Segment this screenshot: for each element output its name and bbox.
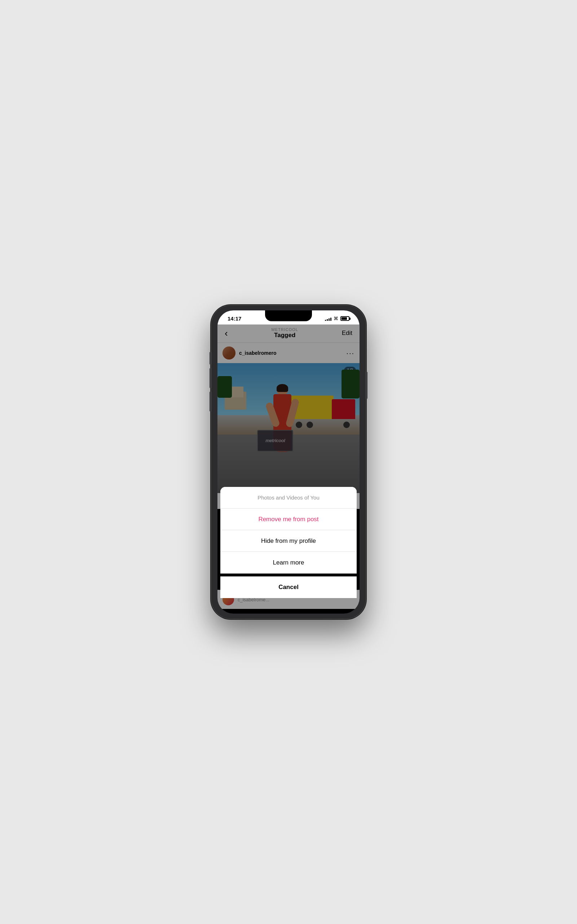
signal-bar-4 xyxy=(330,318,331,321)
cancel-button[interactable]: Cancel xyxy=(220,577,357,598)
sheet-title-item: Photos and Videos of You xyxy=(220,487,357,509)
home-indicator[interactable] xyxy=(267,609,310,611)
bottom-sheet: Photos and Videos of You Remove me from … xyxy=(220,487,357,573)
bottom-spacer xyxy=(218,598,359,609)
hide-from-profile-button[interactable]: Hide from my profile xyxy=(220,530,357,552)
power-button[interactable] xyxy=(366,372,367,399)
signal-bar-3 xyxy=(329,318,330,321)
volume-up-button[interactable] xyxy=(210,368,211,388)
cancel-sheet: Cancel xyxy=(220,577,357,598)
overlay-dismiss-area[interactable] xyxy=(218,325,359,487)
wifi-icon: ⌘ xyxy=(334,316,338,321)
phone-screen: 14:17 ⌘ ‹ METRICOOL xyxy=(218,310,359,614)
bottom-sheet-overlay: Photos and Videos of You Remove me from … xyxy=(218,325,359,609)
battery-fill xyxy=(342,317,347,320)
learn-more-button[interactable]: Learn more xyxy=(220,552,357,573)
remove-from-post-button[interactable]: Remove me from post xyxy=(220,509,357,530)
status-icons: ⌘ xyxy=(325,316,350,321)
status-time: 14:17 xyxy=(227,315,241,321)
battery-icon xyxy=(340,316,350,321)
phone-frame: 14:17 ⌘ ‹ METRICOOL xyxy=(211,305,366,619)
screen-content: ‹ METRICOOL Tagged Edit c_isabelromero ·… xyxy=(218,325,359,609)
volume-down-button[interactable] xyxy=(210,392,211,412)
sheet-title-text: Photos and Videos of You xyxy=(258,494,319,501)
signal-icon xyxy=(325,317,331,321)
notch xyxy=(265,310,312,321)
signal-bar-2 xyxy=(327,319,328,321)
bottom-sheet-wrapper: Photos and Videos of You Remove me from … xyxy=(218,487,359,598)
signal-bar-1 xyxy=(325,320,326,321)
